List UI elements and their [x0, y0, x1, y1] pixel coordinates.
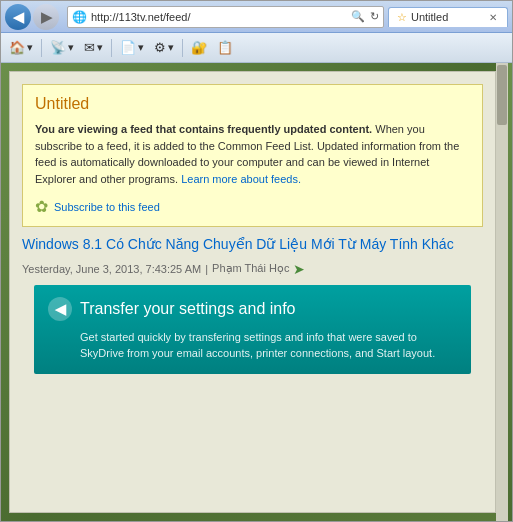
feeds-button[interactable]: 📡 ▾ — [46, 38, 78, 57]
toolbar-separator-3 — [182, 39, 183, 57]
extra-icon-1: 🔐 — [191, 40, 207, 55]
banner-title: Transfer your settings and info — [80, 300, 296, 318]
subscribe-link[interactable]: Subscribe to this feed — [54, 201, 160, 213]
address-bar[interactable]: 🌐 http://113tv.net/feed/ 🔍 ↻ — [67, 6, 384, 28]
refresh-button[interactable]: ↻ — [370, 10, 379, 23]
address-page-icon: 🌐 — [72, 10, 87, 24]
nav-buttons: ◀ ▶ — [5, 4, 59, 30]
home-button[interactable]: 🏠 ▾ — [5, 38, 37, 57]
toolbar-separator-1 — [41, 39, 42, 57]
tab-title-text: Untitled — [411, 11, 483, 23]
back-button[interactable]: ◀ — [5, 4, 31, 30]
content-area: Untitled You are viewing a feed that con… — [1, 63, 512, 521]
subscribe-icon: ✿ — [35, 197, 48, 216]
banner-description: Get started quickly by transfering setti… — [48, 329, 457, 362]
page-icon: 📄 — [120, 40, 136, 55]
address-icons: 🔍 ↻ — [349, 10, 379, 23]
article-date: Yesterday, June 3, 2013, 7:43:25 AM — [22, 263, 201, 275]
article-separator: | — [205, 263, 208, 275]
toolbar-separator-2 — [111, 39, 112, 57]
mail-dropdown[interactable]: ▾ — [97, 41, 103, 54]
tools-button[interactable]: ⚙ ▾ — [150, 38, 178, 57]
tools-dropdown[interactable]: ▾ — [168, 41, 174, 54]
tab-close-button[interactable]: ✕ — [487, 12, 499, 23]
search-icon[interactable]: 🔍 — [349, 10, 367, 23]
active-tab[interactable]: ☆ Untitled ✕ — [388, 7, 508, 27]
feeds-dropdown[interactable]: ▾ — [68, 41, 74, 54]
address-text: http://113tv.net/feed/ — [91, 11, 349, 23]
learn-more-link[interactable]: Learn more about feeds. — [181, 173, 301, 185]
article-arrow-icon: ➤ — [293, 261, 305, 277]
page-button[interactable]: 📄 ▾ — [116, 38, 148, 57]
banner-header: ◀ Transfer your settings and info — [48, 297, 457, 321]
home-dropdown[interactable]: ▾ — [27, 41, 33, 54]
feed-article: Windows 8.1 Có Chức Năng Chuyển Dữ Liệu … — [22, 235, 483, 390]
scrollbar-thumb[interactable] — [497, 65, 507, 125]
feed-title: Untitled — [35, 95, 470, 113]
feeds-icon: 📡 — [50, 40, 66, 55]
mail-icon: ✉ — [84, 40, 95, 55]
extra-tool-1[interactable]: 🔐 — [187, 38, 211, 57]
article-title-link[interactable]: Windows 8.1 Có Chức Năng Chuyển Dữ Liệu … — [22, 235, 483, 255]
feed-description-bold: You are viewing a feed that contains fre… — [35, 123, 372, 135]
skydrive-banner: ◀ Transfer your settings and info Get st… — [34, 285, 471, 374]
title-bar: ◀ ▶ 🌐 http://113tv.net/feed/ 🔍 ↻ ☆ Untit… — [1, 1, 512, 33]
page-dropdown[interactable]: ▾ — [138, 41, 144, 54]
banner-back-icon: ◀ — [48, 297, 72, 321]
right-border — [508, 63, 512, 521]
browser-window: ◀ ▶ 🌐 http://113tv.net/feed/ 🔍 ↻ ☆ Untit… — [0, 0, 513, 522]
forward-button[interactable]: ▶ — [33, 4, 59, 30]
feed-info-box: Untitled You are viewing a feed that con… — [22, 84, 483, 227]
extra-tool-2[interactable]: 📋 — [213, 38, 237, 57]
article-author: Phạm Thái Học — [212, 262, 289, 275]
article-meta: Yesterday, June 3, 2013, 7:43:25 AM | Ph… — [22, 261, 483, 277]
subscribe-link-container: ✿ Subscribe to this feed — [35, 197, 470, 216]
scrollbar-track[interactable] — [496, 63, 508, 521]
tab-favicon-icon: ☆ — [397, 11, 407, 24]
mail-button[interactable]: ✉ ▾ — [80, 38, 107, 57]
extra-icon-2: 📋 — [217, 40, 233, 55]
page-content: Untitled You are viewing a feed that con… — [9, 71, 496, 513]
home-icon: 🏠 — [9, 40, 25, 55]
toolbar: 🏠 ▾ 📡 ▾ ✉ ▾ 📄 ▾ ⚙ ▾ 🔐 📋 — [1, 33, 512, 63]
tools-icon: ⚙ — [154, 40, 166, 55]
feed-description: You are viewing a feed that contains fre… — [35, 121, 470, 187]
